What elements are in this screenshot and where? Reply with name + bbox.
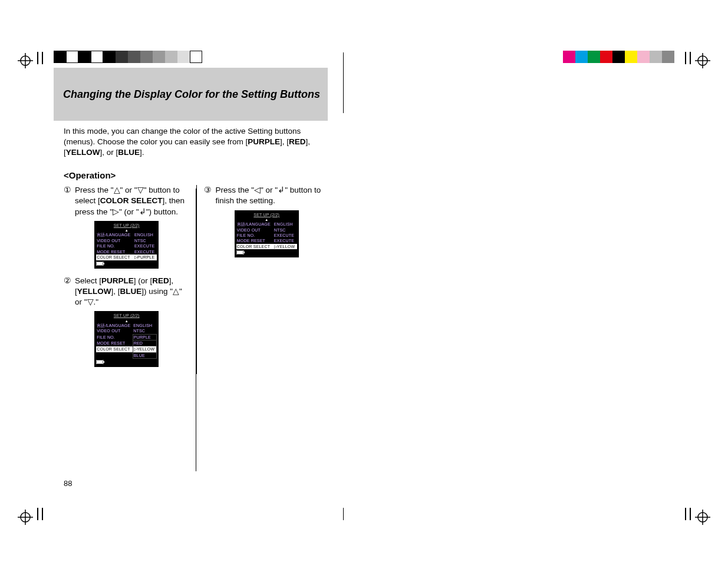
tick-icon [690,52,691,64]
column-right: ③ Press the "◁" or "↲" button to finish … [197,185,329,374]
svg-rect-13 [97,262,103,265]
tick-icon [685,508,686,520]
svg-rect-19 [237,251,243,254]
reg-mark-icon [695,510,710,525]
lcd-screen-3: SET UP (2/2)▲言語/LANGUAGEENGLISHVIDEO OUT… [235,210,299,258]
section-title: Changing the Display Color for the Setti… [63,87,320,101]
colorbar-right [563,51,674,63]
operation-heading: <Operation> [64,170,329,181]
step-number: ① [64,185,71,217]
step-1: ① Press the "△" or "▽" button to select … [64,185,189,217]
lcd-screen-2: SET UP (2/2)▲言語/LANGUAGEENGLISHVIDEO OUT… [94,311,159,367]
svg-rect-17 [103,361,104,363]
column-left: ① Press the "△" or "▽" button to select … [64,185,197,374]
reg-mark-icon [18,510,33,525]
colorbar-left [54,51,202,63]
intro-paragraph: In this mode, you can change the color o… [64,126,316,158]
svg-rect-14 [103,263,104,265]
step-text: Press the "△" or "▽" button to select [C… [75,185,189,217]
step-text: Press the "◁" or "↲" button to finish th… [215,185,329,206]
lcd-screen-1: SET UP (2/2)▲言語/LANGUAGEENGLISHVIDEO OUT… [94,221,159,269]
svg-rect-16 [97,361,103,363]
step-3: ③ Press the "◁" or "↲" button to finish … [204,185,329,206]
page-number: 88 [64,478,72,489]
section-title-band: Changing the Display Color for the Setti… [54,68,328,121]
step-number: ③ [204,185,212,206]
tick-icon [37,52,38,64]
step-2: ② Select [PURPLE] (or [RED], [YELLOW], [… [64,276,189,308]
page: Changing the Display Color for the Setti… [0,0,728,562]
tick-icon [42,52,43,64]
svg-rect-20 [243,252,245,253]
step-text: Select [PURPLE] (or [RED], [YELLOW], [BL… [75,276,189,308]
column-divider [343,508,344,520]
tick-icon [37,508,38,520]
column-divider [343,52,344,113]
tick-icon [690,508,691,520]
column-divider [196,189,196,471]
tick-icon [685,52,686,64]
reg-mark-icon [18,53,33,68]
tick-icon [42,508,43,520]
step-number: ② [64,276,71,308]
content: <Operation> ① Press the "△" or "▽" butto… [64,170,329,374]
reg-mark-icon [695,53,710,68]
